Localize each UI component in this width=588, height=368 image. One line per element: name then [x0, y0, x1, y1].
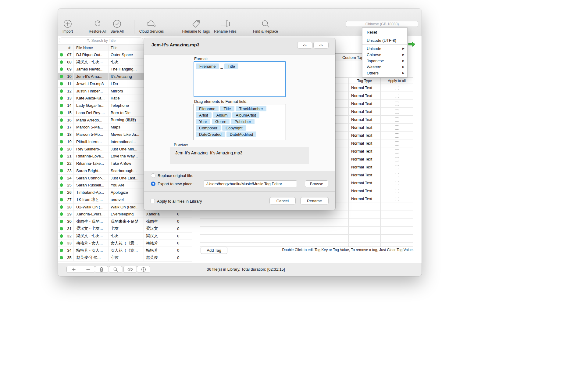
tag-key-cell[interactable]: [200, 243, 235, 247]
apply-to-all-checkbox[interactable]: [395, 133, 399, 138]
filename-to-tags-button[interactable]: Filename to Tags: [180, 19, 212, 35]
tag-row[interactable]: [200, 235, 413, 243]
tag-type-cell[interactable]: Normal Text: [349, 124, 381, 131]
menu-item-chinese[interactable]: Chinese▶: [362, 52, 407, 58]
format-chip[interactable]: Filename: [196, 63, 219, 69]
tag-type-cell[interactable]: [349, 211, 381, 218]
format-element-chip[interactable]: Artist: [196, 112, 212, 118]
apply-to-all-checkbox[interactable]: [395, 181, 399, 185]
replace-original-option[interactable]: Replace original file.: [151, 173, 193, 178]
apply-to-all-checkbox[interactable]: [395, 157, 399, 161]
file-row[interactable]: 30张雨生 - 我的...我的未来不是梦张雨生0: [58, 218, 192, 225]
tag-value-cell[interactable]: [235, 219, 349, 226]
info-button[interactable]: [137, 266, 150, 273]
next-file-button[interactable]: ->: [313, 42, 329, 49]
tag-type-cell[interactable]: Normal Text: [349, 163, 381, 171]
tag-type-cell[interactable]: Normal Text: [349, 100, 381, 107]
search-button[interactable]: [109, 266, 122, 273]
tag-type-cell[interactable]: Normal Text: [349, 84, 381, 92]
apply-to-all-checkbox[interactable]: [395, 86, 399, 90]
menu-item-japanese[interactable]: Japanese▶: [362, 58, 407, 64]
format-element-chip[interactable]: Filename: [196, 106, 219, 111]
menu-item-unicode-utf8[interactable]: Unicode (UTF-8): [362, 37, 407, 43]
column-header-title[interactable]: Title: [109, 45, 144, 51]
tag-row[interactable]: [200, 219, 413, 227]
tag-type-cell[interactable]: [349, 243, 381, 247]
file-row[interactable]: 35赵英俊-守候...守候赵英俊0: [58, 254, 192, 262]
encoding-field[interactable]: Chinese (GB 18030): [346, 21, 418, 27]
save-all-button[interactable]: Save All: [108, 19, 126, 35]
previous-file-button[interactable]: <-: [297, 42, 312, 49]
tag-type-cell[interactable]: [349, 219, 381, 226]
apply-to-all-checkbox[interactable]: [395, 94, 399, 98]
format-element-chip[interactable]: Title: [220, 106, 234, 111]
tag-value-cell[interactable]: [235, 211, 349, 218]
apply-to-all-checkbox[interactable]: [395, 110, 399, 114]
menu-item-unicode[interactable]: Unicode▶: [362, 45, 407, 52]
delete-button[interactable]: [95, 266, 108, 273]
format-field[interactable]: Filename_Title: [194, 61, 286, 97]
format-element-chip[interactable]: DateCreated: [196, 132, 225, 137]
menu-item-reset[interactable]: Reset: [362, 29, 407, 35]
tag-type-cell[interactable]: Normal Text: [349, 171, 381, 179]
rename-button[interactable]: Rename: [300, 197, 329, 204]
tag-key-cell[interactable]: [200, 219, 235, 226]
tag-type-cell[interactable]: Normal Text: [349, 92, 381, 99]
cancel-button[interactable]: Cancel: [269, 197, 296, 204]
tag-row[interactable]: [200, 211, 413, 219]
apply-to-all-checkbox[interactable]: [395, 102, 399, 106]
remove-file-button[interactable]: [81, 266, 95, 272]
tag-type-cell[interactable]: Normal Text: [349, 116, 381, 123]
format-chip[interactable]: Title: [224, 63, 238, 69]
format-element-chip[interactable]: Copyright: [222, 125, 246, 131]
tag-type-cell[interactable]: [349, 227, 381, 234]
apply-to-all-checkbox[interactable]: [395, 197, 399, 201]
add-tag-button[interactable]: Add Tag: [201, 247, 227, 254]
radio-selected-icon[interactable]: [151, 182, 155, 186]
format-element-chip[interactable]: DateModified: [226, 132, 257, 137]
tag-type-cell[interactable]: [349, 203, 381, 211]
tag-value-cell[interactable]: [235, 235, 349, 242]
restore-all-button[interactable]: Restore All: [87, 19, 108, 35]
tag-type-cell[interactable]: Normal Text: [349, 155, 381, 163]
menu-item-others[interactable]: Others▶: [362, 70, 407, 76]
format-element-chip[interactable]: Composer: [196, 125, 221, 131]
file-row[interactable]: 31梁汉文 - 七友...七友梁汉文0: [58, 225, 192, 233]
tag-type-cell[interactable]: Normal Text: [349, 132, 381, 139]
rename-files-button[interactable]: Rename Files: [212, 19, 238, 35]
apply-to-all-checkbox[interactable]: [395, 173, 399, 177]
add-file-button[interactable]: [67, 266, 81, 272]
apply-to-all-checkbox[interactable]: [395, 117, 399, 122]
format-element-chip[interactable]: Album: [213, 112, 231, 118]
apply-to-all-checkbox[interactable]: [395, 149, 399, 153]
tag-type-cell[interactable]: Normal Text: [349, 108, 381, 115]
convert-arrow-button[interactable]: [408, 41, 416, 48]
file-row[interactable]: 33梅艳芳 - 女人...女人花（《意...梅艳芳0: [58, 240, 192, 247]
menu-item-western[interactable]: Western▶: [362, 64, 407, 70]
preview-button[interactable]: [123, 266, 137, 273]
search-input[interactable]: Search by Title: [59, 38, 143, 43]
tag-type-cell[interactable]: [349, 235, 381, 242]
tag-key-cell[interactable]: [200, 235, 235, 242]
find-replace-button[interactable]: Find & Replace: [251, 19, 280, 35]
tag-row[interactable]: [200, 227, 413, 235]
apply-all-checkbox[interactable]: [151, 199, 155, 203]
tag-type-cell[interactable]: Normal Text: [349, 195, 381, 203]
import-button[interactable]: Import: [59, 19, 76, 35]
file-row[interactable]: 34梅艳芳 - 女人...女人花（《意...梅艳芳0: [58, 247, 192, 254]
tag-row[interactable]: [200, 243, 413, 247]
apply-to-all-checkbox[interactable]: [395, 141, 399, 146]
apply-to-all-checkbox[interactable]: [395, 125, 399, 130]
apply-to-all-checkbox[interactable]: [395, 165, 399, 169]
tag-key-cell[interactable]: [200, 227, 235, 234]
cloud-services-button[interactable]: Cloud Services: [138, 19, 165, 35]
format-element-chip[interactable]: Year: [196, 119, 210, 124]
format-element-chip[interactable]: TrackNumber: [236, 106, 266, 111]
apply-to-all-checkbox[interactable]: [395, 189, 399, 193]
tag-value-cell[interactable]: [235, 227, 349, 234]
format-element-chip[interactable]: AlbumArtist: [232, 112, 259, 118]
tag-value-cell[interactable]: [235, 243, 349, 247]
radio-unselected-icon[interactable]: [151, 173, 155, 178]
file-row[interactable]: 32梁汉文 - 七友...七友梁汉文0: [58, 233, 192, 240]
column-header-number[interactable]: #: [65, 45, 74, 51]
